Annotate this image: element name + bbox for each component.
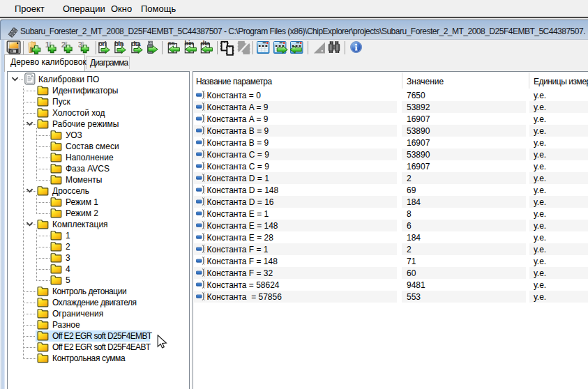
svg-text:bin: bin [114,40,123,47]
svg-text:ori: ori [98,40,106,47]
svg-text:dta: dta [201,40,211,47]
svg-text:bin: bin [185,40,194,47]
svg-text:dta: dta [131,40,141,47]
